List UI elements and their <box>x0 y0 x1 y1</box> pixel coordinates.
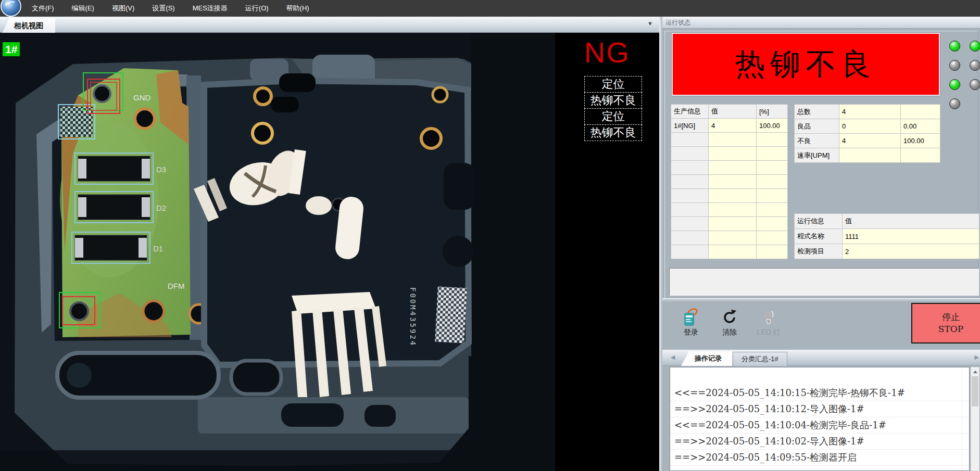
table-row <box>671 161 788 175</box>
log-tab-1[interactable]: 分类汇总-1# <box>733 352 787 366</box>
led-light-button[interactable]: LED 灯 <box>751 307 786 337</box>
pcb-label-dfm: DFM <box>168 282 185 290</box>
value-cell: 4 <box>709 119 757 133</box>
status-light-2 <box>949 60 960 71</box>
log-entry-1[interactable]: ==>>2024-05-05_14:10:12-导入图像-1# <box>670 401 969 417</box>
tab-scroll-right-icon[interactable]: ▶ <box>975 354 979 361</box>
run-status-panel: 运行状态 热铆不良 生产信息值[%]1#[NG]4100.00 总数4良品00.… <box>662 17 980 471</box>
menu-item-2[interactable]: 视图(V) <box>103 0 143 17</box>
column-header: 值 <box>843 214 979 229</box>
value-cell <box>757 133 788 147</box>
clear-arrow-icon <box>720 307 739 327</box>
horizontal-splitter[interactable] <box>662 298 980 302</box>
machine-vision-app: 文件(F)编辑(E)视图(V)设置(S)MES连接器运行(O)帮助(H) 相机视… <box>0 0 980 471</box>
log-entry-0[interactable]: <<==2024-05-05_14:10:15-检测完毕-热铆不良-1# <box>670 385 969 401</box>
value-cell <box>757 175 788 189</box>
row-label-cell <box>671 175 709 189</box>
login-label: 登录 <box>676 328 706 337</box>
value-cell <box>709 217 757 231</box>
row-label-cell <box>671 161 709 175</box>
log-entry-4[interactable]: ==>>2024-05-05_14:09:55-检测器开启 <box>670 450 969 466</box>
row-label-cell <box>671 217 709 231</box>
status-light-0 <box>949 41 960 52</box>
value-cell: 1111 <box>843 229 979 244</box>
app-logo-icon <box>1 0 21 17</box>
table-row: 1#[NG]4100.00 <box>671 119 788 133</box>
value-cell <box>757 147 788 161</box>
stop-label-en: STOP <box>938 323 963 335</box>
led-bulb-icon <box>759 307 778 327</box>
menu-item-3[interactable]: 设置(S) <box>143 0 183 17</box>
log-scrollbar[interactable] <box>971 367 979 471</box>
pcb-label-d3: D3 <box>156 165 166 174</box>
detect-result-labels: 定位热铆不良定位热铆不良 <box>584 77 642 141</box>
value-cell <box>901 105 940 119</box>
row-label-cell <box>671 203 709 217</box>
panel-title: 运行状态 <box>662 17 980 29</box>
menu-item-5[interactable]: 运行(O) <box>236 0 278 17</box>
pcb-label-d2: D2 <box>156 203 166 212</box>
table-row <box>671 231 788 245</box>
table-row: 程式名称1111 <box>795 229 979 244</box>
clear-button[interactable]: 清除 <box>715 307 744 337</box>
log-tab-0[interactable]: 操作记录 <box>681 351 732 366</box>
menu-item-1[interactable]: 编辑(E) <box>63 0 103 17</box>
value-cell <box>709 189 757 203</box>
station-badge: 1# <box>3 42 20 56</box>
table-row: 良品00.00 <box>795 119 940 134</box>
status-light-4 <box>949 79 960 90</box>
run-info-table: 运行信息值程式名称1111检测项目2 <box>794 213 979 259</box>
row-label-cell: 良品 <box>795 119 839 134</box>
menu-item-4[interactable]: MES连接器 <box>184 0 236 17</box>
status-light-5 <box>970 79 980 90</box>
value-cell <box>709 203 757 217</box>
table-row: 速率[UPM] <box>795 148 940 163</box>
log-entry-3[interactable]: ==>>2024-05-05_14:10:02-导入图像-1# <box>670 434 969 450</box>
login-badge-icon <box>681 307 701 327</box>
table-row <box>671 189 788 203</box>
value-cell: 0 <box>839 119 901 134</box>
table-row <box>671 217 788 231</box>
table-row <box>671 147 788 161</box>
camera-image: GND D3 D2 D1 DFM <box>0 33 659 471</box>
alarm-banner: 热铆不良 <box>673 34 939 95</box>
row-label-cell: 速率[UPM] <box>795 148 839 163</box>
scroll-thumb[interactable] <box>972 376 978 406</box>
login-button[interactable]: 登录 <box>676 307 706 337</box>
row-label-cell: 总数 <box>795 105 839 119</box>
value-cell: 4 <box>839 134 901 148</box>
value-cell <box>757 245 788 259</box>
message-box[interactable] <box>669 268 979 296</box>
status-lights <box>949 41 980 109</box>
value-cell <box>757 217 788 231</box>
scroll-up-icon[interactable] <box>971 367 979 376</box>
menu-item-0[interactable]: 文件(F) <box>23 0 63 17</box>
row-label-cell <box>671 189 709 203</box>
value-cell <box>709 245 757 259</box>
log-tabstrip: ◀ 操作记录分类汇总-1# ▶ <box>662 350 980 366</box>
log-entry-2[interactable]: <<==2024-05-05_14:10:04-检测完毕-良品-1# <box>670 417 969 434</box>
pcb-label-d1: D1 <box>153 244 163 253</box>
panel-dropdown-icon[interactable]: ▼ <box>647 20 653 27</box>
value-cell <box>757 203 788 217</box>
result-overlay-ng: NG <box>584 38 630 67</box>
row-label-cell <box>671 231 709 245</box>
menu-item-6[interactable]: 帮助(H) <box>278 0 318 17</box>
tab-scroll-left-icon[interactable]: ◀ <box>671 354 675 361</box>
row-label-cell <box>671 133 709 147</box>
row-label-cell <box>671 245 709 259</box>
value-cell <box>709 175 757 189</box>
row-label-cell <box>671 147 709 161</box>
stop-button[interactable]: 停止 STOP <box>911 303 980 343</box>
status-light-6 <box>949 98 960 109</box>
row-label-cell: 检测项目 <box>795 244 843 259</box>
stats-table: 总数4良品00.00不良4100.00速率[UPM] <box>794 104 940 163</box>
table-row: 不良4100.00 <box>795 134 940 148</box>
tab-camera-view[interactable]: 相机视图 <box>2 18 55 33</box>
table-row <box>671 175 788 189</box>
detect-label-0: 定位 <box>584 76 642 93</box>
log-tabs: 操作记录分类汇总-1# <box>681 351 788 366</box>
table-row <box>671 245 788 259</box>
value-cell: 0.00 <box>901 119 940 134</box>
status-light-3 <box>970 60 980 71</box>
